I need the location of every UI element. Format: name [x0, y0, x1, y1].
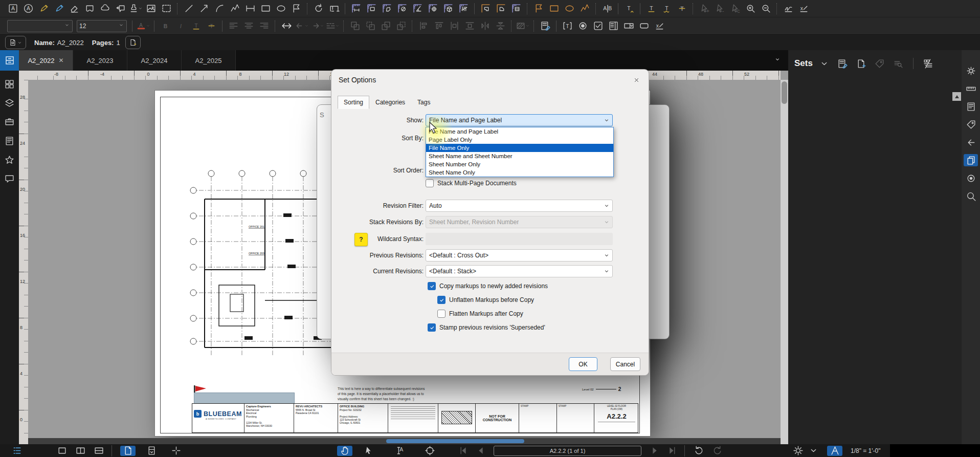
measure-length-icon[interactable] — [348, 2, 364, 15]
crosshair-icon[interactable] — [168, 446, 184, 456]
polygon-icon[interactable] — [288, 2, 304, 15]
dropdown-option[interactable]: File Name and Page Label — [426, 127, 613, 136]
viewport-sketch-icon[interactable] — [577, 2, 592, 15]
calibrate-icon[interactable] — [326, 2, 342, 15]
previous-view-icon[interactable] — [964, 136, 978, 148]
select-status-icon[interactable] — [361, 446, 376, 456]
markups-list-toggle-icon[interactable] — [9, 446, 25, 456]
properties-gear-icon[interactable] — [964, 64, 978, 77]
search-icon[interactable] — [964, 190, 978, 202]
dropdown-option[interactable]: File Name Only — [426, 144, 613, 152]
dashboard-grid-icon[interactable] — [3, 78, 16, 90]
viewport-rectangle-icon[interactable] — [546, 2, 562, 15]
resize-arrow-icon[interactable] — [279, 19, 294, 33]
document-tab-A2_2025[interactable]: A2_2025 — [182, 50, 236, 71]
text-box-icon[interactable]: A — [5, 2, 20, 15]
capture-icon[interactable] — [964, 172, 978, 184]
measurement-mode-icon[interactable] — [827, 446, 842, 456]
ok-button[interactable]: OK — [569, 357, 597, 371]
measure-cutout2-icon[interactable] — [493, 2, 508, 15]
form-signature-icon[interactable]: x — [652, 19, 667, 33]
text-underline-icon[interactable]: T — [643, 2, 659, 15]
document-tab-A2_2023[interactable]: A2_2023 — [73, 50, 127, 71]
form-button-icon[interactable] — [636, 19, 652, 33]
dialog-tab-categories[interactable]: Categories — [369, 96, 411, 109]
measure-depth-icon[interactable] — [508, 2, 524, 15]
ellipse-icon[interactable] — [273, 2, 288, 15]
full-page-icon[interactable] — [120, 446, 136, 456]
polyline-icon[interactable] — [227, 2, 242, 15]
measure-angle-icon[interactable] — [410, 2, 425, 15]
measure-count-icon[interactable] — [456, 2, 471, 15]
form-listbox-icon[interactable] — [606, 19, 621, 33]
callout-icon[interactable] — [113, 2, 128, 15]
sets-chevron-icon[interactable] — [818, 57, 831, 70]
horizontal-scrollbar[interactable] — [28, 438, 781, 444]
add-sheets-icon[interactable] — [855, 57, 868, 70]
typewriter-icon[interactable]: A — [20, 2, 36, 15]
dialog-checkbox-row[interactable]: Stamp previous revisions 'Superseded' — [428, 323, 545, 332]
delete-signature-icon[interactable]: x — [796, 2, 811, 15]
horizontal-scroll-thumb[interactable] — [386, 439, 524, 443]
page-navigation-field[interactable]: A2.2.2 (1 of 1) — [494, 446, 641, 456]
measure-center-icon[interactable] — [425, 2, 440, 15]
vertical-scroll-thumb[interactable] — [782, 81, 787, 104]
dialog-checkbox-row[interactable]: Flatten Markups after Copy — [437, 310, 523, 318]
measurements-ruler-icon[interactable] — [964, 82, 978, 95]
vertical-scrollbar[interactable] — [781, 80, 788, 444]
my-tools-icon[interactable] — [3, 154, 16, 166]
dialog-checkbox-row[interactable]: Unflatten Markups before Copy — [437, 296, 534, 304]
form-edit-icon[interactable] — [538, 19, 553, 33]
viewport-flag-icon[interactable] — [531, 2, 546, 15]
dialog-close-button[interactable] — [631, 75, 641, 85]
text-strikethrough-icon[interactable]: T — [674, 2, 689, 15]
lasso-icon[interactable] — [82, 2, 97, 15]
form-radio-icon[interactable] — [575, 19, 590, 33]
dropdown-option[interactable]: Sheet Number Only — [426, 160, 613, 168]
measure-volume-icon[interactable] — [440, 2, 456, 15]
brightness-icon[interactable] — [790, 446, 806, 456]
zoom-in-icon[interactable] — [743, 2, 758, 15]
document-tab-A2_2024[interactable]: A2_2024 — [127, 50, 182, 71]
dropdown-option[interactable]: Sheet Name and Sheet Number — [426, 152, 613, 160]
form-checkbox-icon[interactable] — [590, 19, 606, 33]
cancel-button[interactable]: Cancel — [610, 357, 640, 371]
measure-rotate-icon[interactable] — [311, 2, 326, 15]
rotate-ccw-icon[interactable] — [691, 446, 706, 456]
tab-overflow-icon[interactable] — [774, 56, 781, 65]
dialog-checkbox-row[interactable]: Copy markups to newly added revisions — [428, 282, 548, 290]
measure-diameter-icon[interactable] — [394, 2, 410, 15]
sets-scroll-up-button[interactable] — [952, 92, 961, 101]
current-revisions-combobox[interactable]: <Default : Stack> — [426, 265, 613, 277]
dimension-icon[interactable] — [242, 2, 258, 15]
dialog-tab-sorting[interactable]: Sorting — [338, 96, 369, 109]
measure-area-icon[interactable] — [364, 2, 379, 15]
single-pane-icon[interactable] — [54, 446, 70, 456]
select-text-icon[interactable]: AB — [599, 2, 615, 15]
dialog-tab-tags[interactable]: Tags — [411, 96, 436, 109]
insert-pages-button[interactable] — [125, 36, 141, 49]
stack-multipage-checkbox-row[interactable]: Stack Multi-Page Documents — [426, 179, 517, 187]
eraser-icon[interactable] — [66, 2, 82, 15]
studio-chat-icon[interactable] — [3, 172, 16, 185]
form-dropdown-icon[interactable] — [621, 19, 636, 33]
zoom-out-icon[interactable] — [758, 2, 773, 15]
font-family-combo[interactable] — [7, 20, 73, 32]
pan-icon[interactable] — [337, 446, 352, 456]
bookmarks-icon[interactable] — [964, 118, 978, 130]
brightness-chevron-icon[interactable] — [806, 446, 821, 456]
sets-panel-icon[interactable] — [964, 154, 978, 166]
show-combobox[interactable]: File Name and Page Label — [426, 114, 613, 126]
viewport-ellipse-icon[interactable] — [562, 2, 577, 15]
arc-icon[interactable] — [212, 2, 227, 15]
rectangle-icon[interactable] — [258, 2, 273, 15]
text-subscript-icon[interactable]: T — [621, 2, 637, 15]
sync-views-icon[interactable] — [144, 446, 159, 456]
tab-close-icon[interactable]: ✕ — [59, 57, 64, 64]
dropdown-option[interactable]: Page Label Only — [426, 136, 613, 144]
zoom-window-icon[interactable] — [422, 446, 437, 456]
modify-set-icon[interactable] — [836, 57, 850, 70]
markups-list-icon[interactable] — [3, 135, 16, 147]
snapshot-icon[interactable] — [159, 2, 174, 15]
previous-revisions-combobox[interactable]: <Default : Cross Out> — [426, 249, 613, 262]
